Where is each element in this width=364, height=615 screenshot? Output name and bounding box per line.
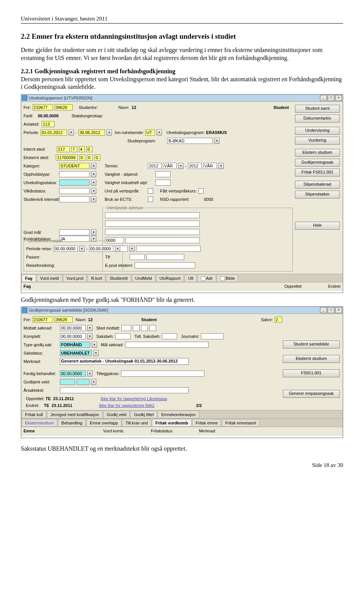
termin-year-1[interactable]: 2012 bbox=[148, 163, 162, 169]
eksternt-sted-3[interactable]: 0 bbox=[87, 155, 93, 161]
mal-soknad-input[interactable] bbox=[125, 342, 209, 348]
dropdown-icon[interactable]: ▾ bbox=[79, 246, 85, 252]
tab-fag[interactable]: Fag bbox=[22, 274, 36, 282]
side-btn-godkjenningssak[interactable]: Godkjenningssak bbox=[295, 159, 340, 167]
minimize-button[interactable]: _ bbox=[320, 307, 327, 313]
internt-sted-1[interactable]: 217 bbox=[57, 146, 70, 152]
dropdown-icon[interactable]: ▾ bbox=[91, 188, 96, 194]
dropdown-icon[interactable]: ▾ bbox=[93, 350, 99, 356]
periode-reise-to[interactable]: 00.00.0000 bbox=[89, 246, 113, 252]
side-btn-stipendsoknad[interactable]: Stipendsøknad bbox=[295, 181, 340, 189]
grad-mal-input[interactable] bbox=[59, 229, 89, 235]
addr-city[interactable] bbox=[126, 237, 200, 243]
innut-input[interactable]: UT bbox=[145, 129, 155, 136]
side-btn-generer-innpassingssak[interactable]: Generer innpassingssak bbox=[283, 390, 340, 398]
dropdown-icon[interactable]: ▾ bbox=[178, 163, 184, 169]
studieprogram-input[interactable]: B-ØKAD bbox=[167, 138, 213, 144]
tab-emnekombinasjon[interactable]: Emnekombinasjon bbox=[158, 411, 199, 418]
tab-utl[interactable]: Utl bbox=[185, 274, 196, 282]
tilleggskrav-input[interactable] bbox=[121, 371, 204, 377]
tab-jevngod[interactable]: Jevngod med kvalifikasjon bbox=[47, 411, 102, 418]
tab-godkj-tittel[interactable]: Godkj tittel bbox=[130, 411, 157, 418]
dropdown-icon[interactable]: ▾ bbox=[87, 325, 93, 331]
varighet-industriell-input[interactable] bbox=[155, 180, 171, 186]
komplett-input[interactable]: 00.00.0000 bbox=[60, 333, 86, 339]
studieniva-input[interactable] bbox=[59, 196, 89, 202]
dropdown-icon[interactable]: ▾ bbox=[91, 196, 96, 202]
dropdown-icon[interactable]: ▾ bbox=[129, 246, 135, 252]
close-button[interactable]: × bbox=[335, 307, 342, 313]
vilkarstatus-input[interactable] bbox=[59, 188, 89, 194]
tab-godkj-vekt[interactable]: Godkj vekt bbox=[103, 411, 130, 418]
kategori-input[interactable]: STUDENT bbox=[59, 163, 89, 169]
tab-fritak-emnesaml[interactable]: Fritak emnesaml bbox=[222, 419, 259, 427]
side-btn-hele[interactable]: Hele bbox=[295, 222, 340, 230]
tab-emne-overlapp[interactable]: Emne overlapp bbox=[86, 419, 121, 427]
dropdown-icon[interactable]: ▾ bbox=[91, 236, 96, 242]
eksternt-sted-2[interactable]: 0 bbox=[79, 155, 85, 161]
fnr-input-1[interactable]: 210677 bbox=[33, 104, 53, 110]
link-lanekassa[interactable]: Ikke klar for rapportering Lånekassa bbox=[100, 396, 167, 401]
tlf-1[interactable] bbox=[130, 254, 145, 260]
tidl-saksbeh-input[interactable] bbox=[162, 333, 177, 339]
fnr-input-2[interactable]: 39628 bbox=[55, 104, 73, 110]
tab-bilde[interactable]: Bilde bbox=[217, 274, 238, 282]
saksbeh-input[interactable] bbox=[115, 333, 130, 339]
kontraktstatus-input[interactable]: JA bbox=[59, 236, 89, 242]
godkjent-vekt-unit[interactable] bbox=[77, 379, 89, 385]
dropdown-icon[interactable]: ▾ bbox=[87, 371, 93, 377]
utvekslingsstatus-input[interactable] bbox=[59, 180, 89, 186]
minimize-button[interactable]: _ bbox=[320, 95, 327, 101]
fnr-input-2[interactable]: 39628 bbox=[55, 317, 73, 323]
side-btn-fritak[interactable]: Fritak FS811.001 bbox=[295, 169, 340, 177]
addr-zip[interactable]: 0000 bbox=[105, 237, 124, 243]
sted-mottatt-3[interactable] bbox=[141, 325, 148, 331]
close-button[interactable]: × bbox=[335, 95, 342, 101]
fatt-vertssprakkurs-checkbox[interactable] bbox=[198, 188, 204, 194]
internt-sted-4[interactable]: 0 bbox=[86, 146, 93, 152]
journalnr-input[interactable] bbox=[201, 333, 224, 339]
tab-fritak-kull[interactable]: Fritak kull bbox=[22, 411, 46, 418]
ferdig-behandlet-input[interactable]: 00.00.0000 bbox=[60, 371, 86, 377]
tab-adr[interactable]: Adr bbox=[198, 274, 216, 282]
tab-utvrapport[interactable]: UtvRapport bbox=[156, 274, 184, 282]
addr-line-3[interactable] bbox=[105, 229, 200, 235]
eksternt-sted-1[interactable]: 11700399 bbox=[56, 155, 78, 161]
tab-fritak-vurdkomb[interactable]: Fritak vurdkomb bbox=[152, 419, 191, 427]
tab-studierett[interactable]: Studierett bbox=[106, 274, 131, 282]
dropdown-icon[interactable]: ▾ bbox=[91, 229, 96, 235]
side-btn-ekstern-studium[interactable]: Ekstern studium bbox=[295, 149, 340, 157]
tab-behandling[interactable]: Behandling bbox=[58, 419, 86, 427]
dropdown-icon[interactable]: ▾ bbox=[91, 180, 96, 186]
oppholdstype-input[interactable] bbox=[59, 171, 89, 177]
side-btn-dokumentarkiv[interactable]: Dokumentarkiv bbox=[295, 115, 340, 123]
dropdown-icon[interactable]: ▾ bbox=[91, 171, 96, 177]
fnr-input-1[interactable]: 210677 bbox=[33, 317, 53, 323]
addr-country[interactable] bbox=[136, 246, 201, 252]
tab-vurdmeld[interactable]: Vurd.meld bbox=[37, 274, 63, 282]
addr-line-1[interactable] bbox=[105, 212, 200, 218]
dropdown-icon[interactable]: ▾ bbox=[107, 129, 112, 136]
internt-sted-3[interactable]: 4 bbox=[79, 146, 85, 152]
internt-sted-2[interactable]: 7 bbox=[71, 146, 77, 152]
saknr-input[interactable]: 2 bbox=[275, 317, 282, 323]
dropdown-icon[interactable]: ▾ bbox=[115, 246, 120, 252]
periode-from-input[interactable]: 01.01.2012 bbox=[41, 129, 67, 136]
side-btn-student-saml[interactable]: Student saml bbox=[295, 105, 340, 113]
epost-input[interactable] bbox=[135, 262, 195, 268]
dropdown-icon[interactable]: ▾ bbox=[214, 138, 220, 144]
dropdown-icon[interactable]: ▾ bbox=[87, 333, 93, 339]
termin-year-2[interactable]: 2012 bbox=[188, 163, 202, 169]
side-btn-undervisning[interactable]: Undervisning bbox=[295, 127, 340, 135]
tab-undmeld[interactable]: UndMeld bbox=[132, 274, 155, 282]
eksternt-sted-4[interactable]: 0 bbox=[94, 155, 100, 161]
maximize-button[interactable]: □ bbox=[328, 95, 334, 101]
side-btn-fs811[interactable]: FS811.001 bbox=[283, 369, 340, 377]
aarsaktekst-input[interactable] bbox=[60, 387, 189, 393]
side-btn-vurdering[interactable]: Vurdering bbox=[295, 137, 340, 145]
tab-rkort[interactable]: R.kort bbox=[88, 274, 105, 282]
dropdown-icon[interactable]: ▾ bbox=[157, 129, 162, 136]
mottatt-soknad-input[interactable]: 00.00.0000 bbox=[60, 325, 86, 331]
addr-line-2[interactable] bbox=[105, 221, 200, 227]
dropdown-icon[interactable]: ▾ bbox=[69, 129, 74, 136]
